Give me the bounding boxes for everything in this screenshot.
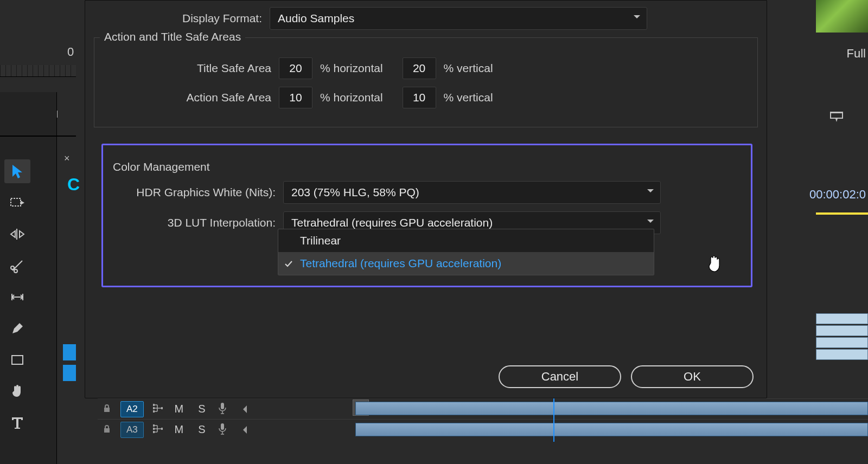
lut-interpolation-menu: Trilinear Tetrahedral (requires GPU acce… <box>278 229 654 275</box>
solo-button[interactable]: S <box>195 423 209 436</box>
svg-rect-7 <box>153 424 155 427</box>
menu-item-label: Trilinear <box>300 234 341 247</box>
mute-button[interactable]: M <box>172 423 186 436</box>
svg-rect-3 <box>153 407 155 409</box>
safe-areas-title: Action and Title Safe Areas <box>100 30 245 43</box>
ripple-edit-tool[interactable] <box>4 222 30 246</box>
display-format-label: Display Format: <box>94 12 262 25</box>
tool-palette <box>4 159 30 435</box>
title-safe-label: Title Safe Area <box>103 62 271 75</box>
display-format-value: Audio Samples <box>278 12 354 25</box>
color-management-highlight: Color Management HDR Graphics White (Nit… <box>101 144 752 287</box>
svg-rect-6 <box>221 403 224 409</box>
title-safe-h-input[interactable] <box>279 57 312 79</box>
hdr-white-label: HDR Graphics White (Nits): <box>107 186 276 199</box>
svg-rect-4 <box>153 410 155 413</box>
lut-interpolation-value: Tetrahedral (requires GPU acceleration) <box>291 216 493 229</box>
action-safe-label: Action Safe Area <box>103 91 271 104</box>
action-safe-h-input[interactable] <box>279 87 312 108</box>
svg-rect-10 <box>161 428 163 430</box>
hdr-white-value: 203 (75% HLG, 58% PQ) <box>291 186 419 199</box>
svg-rect-5 <box>161 407 163 409</box>
track-header-blocks <box>63 344 76 385</box>
menu-item-label: Tetrahedral (requires GPU acceleration) <box>300 257 501 270</box>
svg-rect-11 <box>221 423 224 430</box>
audio-clip[interactable] <box>355 402 868 415</box>
lut-option-tetrahedral[interactable]: Tetrahedral (requires GPU acceleration) <box>278 252 654 275</box>
cancel-button[interactable]: Cancel <box>499 365 621 388</box>
track-output-icon[interactable] <box>152 403 163 415</box>
lock-icon[interactable] <box>102 424 112 436</box>
svg-rect-9 <box>153 431 155 433</box>
pct-vertical-label: % vertical <box>444 91 493 104</box>
cancel-button-label: Cancel <box>541 370 578 384</box>
razor-tool[interactable] <box>4 254 30 278</box>
title-safe-v-input[interactable] <box>403 57 436 79</box>
time-ruler[interactable] <box>0 65 76 77</box>
mute-button[interactable]: M <box>172 403 186 415</box>
solo-button[interactable]: S <box>195 403 209 415</box>
slip-tool[interactable] <box>4 285 30 309</box>
panel-divider <box>0 136 76 137</box>
pct-vertical-label: % vertical <box>444 62 493 75</box>
display-format-dropdown[interactable]: Audio Samples <box>270 7 647 30</box>
pct-horizontal-label: % horizontal <box>320 62 383 75</box>
color-management-title: Color Management <box>113 160 210 173</box>
svg-rect-8 <box>153 428 155 430</box>
ok-button-label: OK <box>684 370 701 384</box>
lock-icon[interactable] <box>102 403 112 415</box>
audio-clip[interactable] <box>355 423 868 436</box>
hand-tool[interactable] <box>4 379 30 403</box>
svg-rect-1 <box>12 356 23 364</box>
rectangle-tool[interactable] <box>4 348 30 372</box>
lut-interpolation-label: 3D LUT Interpolation: <box>107 216 276 229</box>
track-output-icon[interactable] <box>152 424 163 436</box>
lut-option-trilinear[interactable]: Trilinear <box>278 229 654 252</box>
chevron-down-icon <box>647 220 654 226</box>
check-icon <box>284 259 293 268</box>
track-label[interactable]: A3 <box>120 422 144 438</box>
sequence-settings-dialog: Display Format: Audio Samples Action and… <box>85 0 767 398</box>
speaker-icon[interactable] <box>236 404 246 414</box>
mic-icon[interactable] <box>218 402 227 416</box>
cursor-pointer-icon <box>706 255 722 272</box>
type-tool[interactable] <box>4 411 30 435</box>
preview-thumbnail <box>816 0 868 33</box>
mic-icon[interactable] <box>218 423 227 437</box>
svg-rect-0 <box>11 198 21 206</box>
chevron-down-icon <box>647 189 654 196</box>
timeline-in-out[interactable] <box>816 212 868 215</box>
safe-areas-group: Action and Title Safe Areas Title Safe A… <box>94 37 758 127</box>
pen-tool[interactable] <box>4 317 30 340</box>
app-background: 0 × C <box>0 0 868 464</box>
ruler-zero-label: 0 <box>67 45 74 59</box>
pct-horizontal-label: % horizontal <box>320 91 383 104</box>
track-select-tool[interactable] <box>4 191 30 215</box>
timecode-display[interactable]: 00:00:02:0 <box>809 188 866 202</box>
ok-button[interactable]: OK <box>631 365 754 388</box>
track-label[interactable]: A2 <box>120 401 144 417</box>
resolution-label[interactable]: Full <box>847 47 866 61</box>
timeline-canvas[interactable]: fx <box>353 398 868 447</box>
selection-tool[interactable] <box>4 159 30 183</box>
speaker-icon[interactable] <box>236 425 246 435</box>
chevron-down-icon <box>634 15 640 22</box>
timeline-clips-right <box>816 313 868 361</box>
panel-title-partial: C <box>67 175 80 195</box>
close-icon[interactable]: × <box>64 153 70 164</box>
svg-rect-2 <box>153 404 155 406</box>
right-panel-partial: Full 00:00:02:0 <box>770 0 868 228</box>
crop-icon[interactable] <box>828 108 845 126</box>
action-safe-v-input[interactable] <box>403 87 436 108</box>
hdr-white-dropdown[interactable]: 203 (75% HLG, 58% PQ) <box>283 181 661 204</box>
